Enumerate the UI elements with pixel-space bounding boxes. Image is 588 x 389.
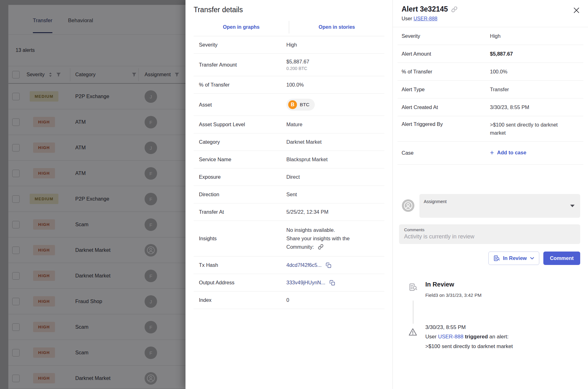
- field-label: Alert Type: [402, 87, 490, 92]
- assignment-select[interactable]: Assignment: [419, 194, 580, 218]
- chevron-down-icon: [570, 205, 575, 207]
- comments-placeholder: Activity is currently in review: [404, 233, 575, 240]
- chevron-down-icon: [530, 257, 534, 260]
- app-screen: Transfer Behavioral 13 alerts Severity C…: [0, 0, 588, 389]
- alert-fields-list: Severity High Alert Amount $5,887.67 % o…: [398, 27, 583, 165]
- detail-row-asset-support-level: Asset Support Level Mature: [194, 116, 384, 133]
- field-label: Exposure: [199, 174, 286, 180]
- field-label: % of Transfer: [199, 82, 286, 88]
- detail-row-severity: Severity High: [194, 36, 384, 54]
- transfer-actions: Open in graphs Open in stories: [194, 18, 384, 36]
- alert-title: Alert 3e32145: [402, 5, 448, 13]
- field-label: Tx Hash: [199, 262, 286, 268]
- field-value: 3/30/23, 8:55 PM: [490, 103, 570, 111]
- field-value: Sent: [286, 192, 297, 197]
- alert-row-type: Alert Type Transfer: [398, 81, 583, 98]
- asset-symbol: BTC: [300, 102, 309, 107]
- field-value: High: [490, 32, 570, 40]
- transfer-details-list: Severity High Transfer Amount $5,887.67 …: [194, 36, 384, 309]
- field-value: 100.0%: [490, 67, 570, 76]
- timeline-connector: [413, 301, 413, 324]
- add-to-case-button[interactable]: + Add to case: [490, 150, 526, 156]
- detail-row-transfer-amount: Transfer Amount $5,887.67 0.200 BTC: [194, 54, 384, 76]
- user-label: User: [402, 16, 412, 21]
- field-label: Output Address: [199, 280, 286, 286]
- detail-row-output-address: Output Address 333v49jHUynN...: [194, 274, 384, 292]
- timeline-alert-line: User USER-888 triggered an alert:: [425, 334, 509, 340]
- transfer-details-title: Transfer details: [185, 0, 393, 14]
- asset-chip: B BTC: [286, 99, 315, 111]
- field-value: >$100 sent directly to darknet market: [490, 121, 570, 137]
- output-address-link[interactable]: 333v49jHUynN...: [286, 280, 325, 285]
- comment-button[interactable]: Comment: [543, 252, 580, 265]
- field-value: High: [286, 42, 297, 48]
- field-label: Category: [199, 139, 286, 145]
- user-link[interactable]: USER-888: [438, 334, 463, 340]
- assignment-avatar-icon: [402, 199, 414, 212]
- status-dropdown-button[interactable]: In Review: [488, 252, 539, 265]
- detail-row-direction: Direction Sent: [194, 186, 384, 203]
- user-link[interactable]: USER-888: [413, 16, 437, 21]
- copy-icon[interactable]: [329, 280, 335, 286]
- field-label: Alert Created At: [402, 104, 490, 110]
- detail-row-index: Index 0: [194, 292, 384, 309]
- alert-row-amount: Alert Amount $5,887.67: [398, 45, 583, 63]
- field-label: Alert Amount: [402, 51, 490, 57]
- alert-triangle-icon: [408, 327, 418, 337]
- amount-crypto: 0.200 BTC: [286, 66, 309, 71]
- close-icon: [572, 6, 581, 14]
- open-in-graphs-link[interactable]: Open in graphs: [194, 24, 289, 30]
- field-label: Transfer Amount: [199, 62, 286, 68]
- detail-row-service-name: Service Name Blacksprut Market: [194, 151, 384, 168]
- field-label: Severity: [402, 33, 490, 39]
- copy-icon[interactable]: [326, 262, 331, 268]
- open-in-stories-link[interactable]: Open in stories: [289, 24, 384, 30]
- field-label: Alert Triggered By: [402, 121, 490, 127]
- field-label: Index: [199, 297, 286, 303]
- detail-row-pct-of-transfer: % of Transfer 100.0%: [194, 76, 384, 94]
- alert-row-case: Case + Add to case: [398, 142, 583, 165]
- alert-row-triggered-by: Alert Triggered By >$100 sent directly t…: [398, 116, 583, 142]
- alert-row-pct: % of Transfer 100.0%: [398, 63, 583, 81]
- review-status-icon: [493, 255, 500, 262]
- field-value: 0: [286, 297, 289, 303]
- comments-label: Comments: [404, 227, 575, 232]
- field-value: Mature: [286, 122, 302, 127]
- field-value: 5/25/22, 12:34 PM: [286, 209, 329, 215]
- transfer-details-panel: Transfer details Open in graphs Open in …: [185, 0, 393, 389]
- field-label: Transfer At: [199, 209, 286, 215]
- field-value: $5,887.67: [490, 50, 570, 58]
- timeline-alert-description: >$100 sent directly to darknet market: [425, 343, 513, 350]
- alert-row-created-at: Alert Created At 3/30/23, 8:55 PM: [398, 98, 583, 116]
- detail-row-exposure: Exposure Direct: [194, 168, 384, 186]
- timeline-alert-timestamp: 3/30/23, 8:55 PM: [425, 324, 466, 331]
- field-value: Darknet Market: [286, 139, 322, 145]
- detail-row-insights: Insights No insights available. Share yo…: [194, 221, 384, 257]
- community-link-icon[interactable]: [318, 244, 324, 250]
- assignment-label: Assignment: [424, 199, 447, 204]
- timeline-status-meta: Field3 on 3/31/23, 3:42 PM: [425, 292, 482, 298]
- insights-line: Share your insights with the: [286, 234, 350, 243]
- alert-panel: Alert 3e32145 User USER-888 Severity Hig…: [393, 0, 588, 389]
- close-button[interactable]: [572, 6, 581, 14]
- detail-row-tx-hash: Tx Hash 4dcd7f42f6c5...: [194, 257, 384, 274]
- field-value: Direct: [286, 174, 300, 180]
- field-label: Case: [402, 150, 490, 156]
- bitcoin-icon: B: [288, 100, 297, 109]
- alert-row-severity: Severity High: [398, 27, 583, 45]
- insights-line: Community:: [286, 244, 314, 250]
- alert-permalink-icon[interactable]: [451, 6, 457, 12]
- field-label: Severity: [199, 42, 286, 48]
- add-to-case-label: Add to case: [497, 150, 526, 156]
- field-value: Transfer: [490, 85, 570, 93]
- detail-row-transfer-at: Transfer At 5/25/22, 12:34 PM: [194, 203, 384, 221]
- detail-row-category: Category Darknet Market: [194, 133, 384, 151]
- comments-input[interactable]: Comments Activity is currently in review: [399, 224, 580, 244]
- status-label: In Review: [503, 255, 527, 261]
- insights-line: No insights available.: [286, 226, 350, 234]
- tx-hash-link[interactable]: 4dcd7f42f6c5...: [286, 262, 322, 268]
- plus-icon: +: [490, 150, 494, 156]
- field-label: Insights: [199, 236, 286, 242]
- in-review-timeline-icon: [409, 283, 418, 292]
- timeline-status-title: In Review: [425, 281, 454, 288]
